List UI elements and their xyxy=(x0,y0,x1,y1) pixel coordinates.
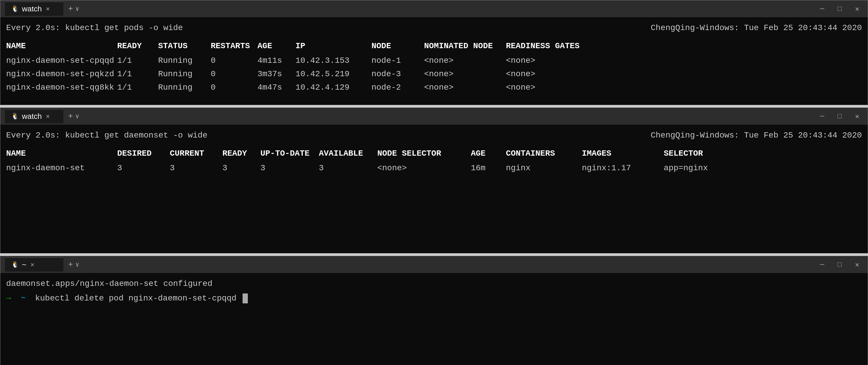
output-line-1: daemonset.apps/nginx-daemon-set configur… xyxy=(6,278,862,290)
col2-header-name: NAME xyxy=(6,147,117,160)
col-header-ip: IP xyxy=(296,40,371,52)
terminal-body-1: Every 2.0s: kubectl get pods -o wide Che… xyxy=(0,17,868,105)
tab-dropdown-1[interactable]: ∨ xyxy=(75,5,79,13)
row3-readiness: <none> xyxy=(506,81,594,94)
row3-age: 4m47s xyxy=(257,81,296,94)
col-header-age: AGE xyxy=(257,40,296,52)
t2row1-desired: 3 xyxy=(117,162,170,174)
prompt-line-1: → ~ kubectl delete pod nginx-daemon-set-… xyxy=(6,292,862,304)
tab-2[interactable]: 🐧 watch ✕ xyxy=(5,109,63,123)
close-button-2[interactable]: ✕ xyxy=(851,110,863,122)
col2-header-images: IMAGES xyxy=(582,147,664,160)
terminal-cursor xyxy=(243,294,248,303)
t2row1-containers: nginx xyxy=(506,162,582,174)
row1-readiness: <none> xyxy=(506,55,594,67)
col2-header-available: AVAILABLE xyxy=(319,147,377,160)
row1-age: 4m11s xyxy=(257,55,296,67)
col-header-ready: READY xyxy=(117,40,158,52)
linux-icon-3: 🐧 xyxy=(11,261,19,269)
terminal-window-2: 🐧 watch ✕ + ∨ ─ □ ✕ Every 2.0s: kubectl … xyxy=(0,107,868,254)
close-button-1[interactable]: ✕ xyxy=(851,3,863,14)
t2row1-images: nginx:1.17 xyxy=(582,162,664,174)
t2row1-available: 3 xyxy=(319,162,377,174)
t2row1-nodeselector: <none> xyxy=(377,162,471,174)
title-bar-controls-2: ─ □ ✕ xyxy=(816,110,863,122)
terminal-body-3[interactable]: daemonset.apps/nginx-daemon-set configur… xyxy=(0,273,868,365)
tab-title-1: watch xyxy=(22,4,42,13)
tab-title-3: ~ xyxy=(22,260,26,269)
tab-close-2[interactable]: ✕ xyxy=(46,112,50,120)
table-header-1: NAME READY STATUS RESTARTS AGE IP NODE N… xyxy=(6,40,862,52)
maximize-button-3[interactable]: □ xyxy=(834,259,845,270)
prompt-arrow: → xyxy=(6,294,11,303)
prompt-tilde: ~ xyxy=(21,294,26,303)
new-tab-button-1[interactable]: + xyxy=(68,4,73,13)
tab-dropdown-3[interactable]: ∨ xyxy=(75,261,79,269)
row3-status: Running xyxy=(158,81,211,94)
row2-age: 3m37s xyxy=(257,68,296,80)
tab-3[interactable]: 🐧 ~ ✕ xyxy=(5,258,63,271)
row1-status: Running xyxy=(158,55,211,67)
title-bar-controls-3: ─ □ ✕ xyxy=(816,259,863,270)
tab-close-3[interactable]: ✕ xyxy=(30,261,34,269)
t2row1-selector: app=nginx xyxy=(664,162,746,174)
row2-status: Running xyxy=(158,68,211,80)
row1-restarts: 0 xyxy=(211,55,257,67)
col-header-node: NODE xyxy=(371,40,424,52)
close-button-3[interactable]: ✕ xyxy=(851,259,863,270)
tab-1[interactable]: 🐧 watch ✕ xyxy=(5,2,63,16)
divider-2 xyxy=(0,254,868,256)
table2-row-1: nginx-daemon-set 3 3 3 3 3 <none> 16m ng… xyxy=(6,162,862,174)
table-row-1: nginx-daemon-set-cpqqd 1/1 Running 0 4m1… xyxy=(6,55,862,67)
minimize-button-3[interactable]: ─ xyxy=(816,259,828,270)
row2-node: node-3 xyxy=(371,68,424,80)
row3-nominated: <none> xyxy=(424,81,506,94)
title-bar-left-3: 🐧 ~ ✕ + ∨ xyxy=(5,258,813,271)
t2row1-name: nginx-daemon-set xyxy=(6,162,117,174)
t2row1-ready: 3 xyxy=(222,162,260,174)
title-bar-left-2: 🐧 watch ✕ + ∨ xyxy=(5,109,813,123)
row2-restarts: 0 xyxy=(211,68,257,80)
table-row-2: nginx-daemon-set-pqkzd 1/1 Running 0 3m3… xyxy=(6,68,862,80)
watch-host-1: ChengQing-Windows: Tue Feb 25 20:43:44 2… xyxy=(651,22,862,34)
col-header-status: STATUS xyxy=(158,40,211,52)
row1-nominated: <none> xyxy=(424,55,506,67)
col-header-name: NAME xyxy=(6,40,117,52)
row2-name: nginx-daemon-set-pqkzd xyxy=(6,68,117,80)
col-header-restarts: RESTARTS xyxy=(211,40,257,52)
title-bar-3: 🐧 ~ ✕ + ∨ ─ □ ✕ xyxy=(0,256,868,273)
col2-header-containers: CONTAINERS xyxy=(506,147,582,160)
row2-ip: 10.42.5.219 xyxy=(296,68,371,80)
prompt-command: kubectl delete pod nginx-daemon-set-cpqq… xyxy=(35,294,237,303)
new-tab-button-2[interactable]: + xyxy=(68,112,73,121)
row2-readiness: <none> xyxy=(506,68,594,80)
row1-ip: 10.42.3.153 xyxy=(296,55,371,67)
new-tab-button-3[interactable]: + xyxy=(68,260,73,269)
row3-node: node-2 xyxy=(371,81,424,94)
terminal-window-3: 🐧 ~ ✕ + ∨ ─ □ ✕ daemonset.apps/nginx-dae… xyxy=(0,256,868,365)
tab-close-1[interactable]: ✕ xyxy=(46,5,50,13)
row2-nominated: <none> xyxy=(424,68,506,80)
col2-header-selector: SELECTOR xyxy=(664,147,746,160)
row3-restarts: 0 xyxy=(211,81,257,94)
table-row-3: nginx-daemon-set-qg8kk 1/1 Running 0 4m4… xyxy=(6,81,862,94)
row1-ready: 1/1 xyxy=(117,55,158,67)
col2-header-current: CURRENT xyxy=(170,147,222,160)
tab-dropdown-2[interactable]: ∨ xyxy=(75,112,79,120)
maximize-button-1[interactable]: □ xyxy=(834,3,845,14)
minimize-button-2[interactable]: ─ xyxy=(816,110,828,122)
t2row1-age: 16m xyxy=(471,162,506,174)
col2-header-uptodate: UP-TO-DATE xyxy=(260,147,319,160)
col2-header-desired: DESIRED xyxy=(117,147,170,160)
row1-name: nginx-daemon-set-cpqqd xyxy=(6,55,117,67)
row3-name: nginx-daemon-set-qg8kk xyxy=(6,81,117,94)
maximize-button-2[interactable]: □ xyxy=(834,110,845,122)
row3-ip: 10.42.4.129 xyxy=(296,81,371,94)
title-bar-controls-1: ─ □ ✕ xyxy=(816,3,863,14)
watch-cmd-2: Every 2.0s: kubectl get daemonset -o wid… xyxy=(6,129,208,142)
title-bar-1: 🐧 watch ✕ + ∨ ─ □ ✕ xyxy=(0,0,868,17)
col2-header-ready: READY xyxy=(222,147,260,160)
minimize-button-1[interactable]: ─ xyxy=(816,3,828,14)
divider-1 xyxy=(0,105,868,107)
watch-host-2: ChengQing-Windows: Tue Feb 25 20:43:44 2… xyxy=(651,129,862,142)
